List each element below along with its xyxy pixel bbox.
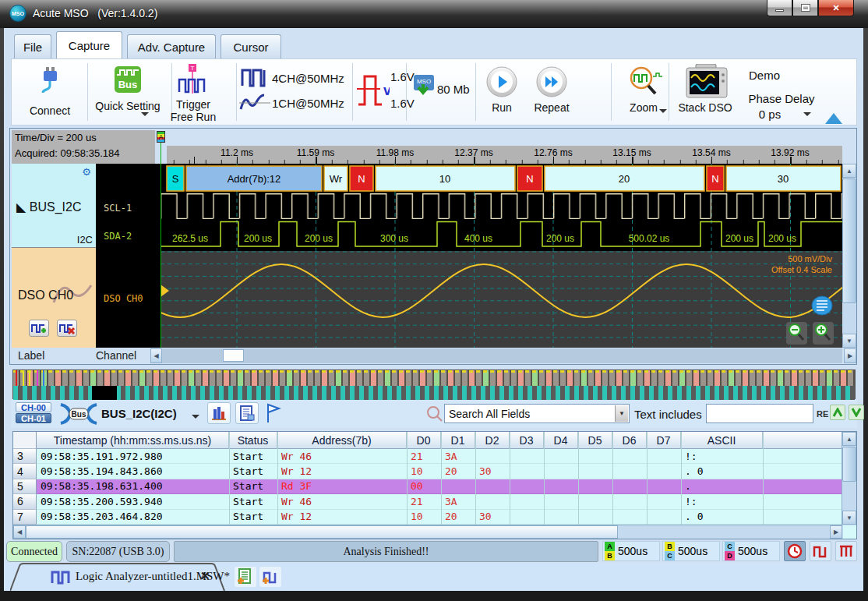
zoom-in-button[interactable] (813, 322, 834, 345)
cell-ascii[interactable]: . 0 (681, 464, 763, 479)
cell-d2[interactable] (475, 449, 510, 464)
scroll-up-button[interactable]: ▲ (842, 164, 856, 178)
cell-status[interactable]: Start (229, 510, 277, 525)
cell-filler[interactable] (763, 464, 843, 479)
cell-d4[interactable] (544, 510, 578, 525)
search-up-button[interactable] (830, 405, 845, 420)
cell-d5[interactable] (578, 464, 612, 479)
cell-d3[interactable] (510, 464, 544, 479)
comb-view-button[interactable] (835, 541, 857, 561)
cell-ascii[interactable]: !: (681, 494, 763, 509)
cell-d0[interactable]: 10 (407, 510, 441, 525)
col-d4[interactable]: D4 (544, 432, 578, 449)
cell-d1[interactable]: 3A (441, 449, 475, 464)
add-dso-button[interactable] (29, 320, 49, 337)
scroll-right-button[interactable]: ▶ (844, 348, 856, 363)
row-number[interactable]: 3 (13, 449, 37, 464)
cell-address[interactable]: Wr 12 (277, 510, 407, 525)
ch00-button[interactable]: CH-00 (16, 402, 51, 412)
cell-d5[interactable] (578, 494, 612, 509)
cursor-bc[interactable]: BC 500us (662, 541, 720, 561)
cell-d4[interactable] (544, 494, 578, 509)
scroll-thumb[interactable] (842, 179, 856, 303)
cell-d6[interactable] (612, 449, 647, 464)
search-down-button[interactable] (849, 405, 864, 420)
cell-d0[interactable]: 21 (407, 494, 441, 509)
waveform-vscrollbar[interactable]: ▲ ▼ (842, 164, 856, 348)
col-d1[interactable]: D1 (441, 432, 475, 449)
cell-d1[interactable]: 3A (441, 494, 475, 509)
channel-dso[interactable]: DSO CH0 (104, 293, 143, 304)
cell-filler[interactable] (763, 449, 843, 464)
cell-d4[interactable] (544, 464, 578, 479)
cell-d7[interactable] (647, 449, 681, 464)
channel-scl[interactable]: SCL-1 (104, 203, 132, 214)
cell-status[interactable]: Start (229, 494, 277, 509)
cell-ascii[interactable]: . 0 (681, 510, 763, 525)
cell-address[interactable]: Wr 12 (277, 464, 407, 479)
col-d5[interactable]: D5 (578, 432, 612, 449)
cell-timestamp[interactable]: 09:58:35.200.593.940 (37, 494, 229, 509)
col-ascii[interactable]: ASCII (681, 432, 763, 449)
table-hscrollbar[interactable]: ◀ ▶ (13, 525, 843, 539)
col-d0[interactable]: D0 (407, 432, 441, 449)
cell-d0[interactable]: 21 (407, 449, 441, 464)
channel-sda[interactable]: SDA-2 (104, 231, 132, 242)
text-includes-input[interactable] (706, 404, 813, 423)
cell-d2[interactable]: 30 (475, 510, 510, 525)
cell-timestamp[interactable]: 09:58:35.198.631.400 (37, 479, 229, 494)
collapse-toolbar-button[interactable] (825, 104, 842, 124)
cell-ascii[interactable]: . (681, 479, 763, 494)
scroll-left-button[interactable]: ◀ (150, 348, 162, 363)
cell-address[interactable]: Wr 46 (277, 494, 407, 509)
cell-filler[interactable] (763, 510, 843, 525)
close-button[interactable]: ✕ (818, 0, 854, 16)
gear-icon[interactable]: ⚙ (82, 166, 91, 178)
cell-d2[interactable] (475, 494, 510, 509)
cursor-cd[interactable]: CD 500us (722, 541, 780, 561)
cell-filler[interactable] (763, 479, 843, 494)
hscroll-thumb[interactable] (223, 349, 244, 362)
doc-tab-close[interactable]: ✕ (200, 569, 210, 583)
time-div-label[interactable]: Time/Div = 200 us (12, 130, 155, 146)
table-hscroll-thumb[interactable] (26, 525, 618, 539)
minimize-button[interactable] (767, 0, 792, 16)
cell-status[interactable]: Start (229, 449, 277, 464)
cell-d6[interactable] (612, 510, 647, 525)
col-d2[interactable]: D2 (475, 432, 510, 449)
col-timestamp[interactable]: Timestamp (hh:mm:ss.ms.us.ns) (37, 432, 229, 449)
cell-d5[interactable] (578, 510, 612, 525)
scroll-down-button[interactable]: ▼ (842, 334, 856, 348)
tab-capture[interactable]: Capture (56, 31, 122, 58)
search-field-combo[interactable]: Search All Fields ▼ (444, 404, 630, 423)
cell-status[interactable]: Start (229, 479, 277, 494)
cell-d3[interactable] (510, 510, 544, 525)
cell-address[interactable]: Wr 46 (277, 449, 407, 464)
cell-d7[interactable] (647, 494, 681, 509)
statistics-button[interactable] (207, 402, 231, 424)
cell-d4[interactable] (544, 449, 578, 464)
new-doc-button[interactable] (235, 567, 256, 587)
cell-d1[interactable] (441, 479, 475, 494)
col-d3[interactable]: D3 (510, 432, 544, 449)
cell-d2[interactable]: 30 (475, 464, 510, 479)
cell-d1[interactable]: 20 (441, 510, 475, 525)
row-number[interactable]: 6 (13, 494, 37, 509)
time-ruler[interactable]: 11.2 ms 11.59 ms 11.98 ms 12.37 ms 12.76… (167, 146, 842, 164)
cell-timestamp[interactable]: 09:58:35.194.843.860 (37, 464, 229, 479)
cell-d5[interactable] (578, 479, 612, 494)
table-vscrollbar[interactable]: ▲ ▼ (842, 432, 856, 525)
cell-d5[interactable] (578, 449, 612, 464)
time-mode-button[interactable] (784, 541, 806, 561)
row-number[interactable]: 5 (13, 479, 37, 494)
cell-d6[interactable] (612, 479, 647, 494)
cursor-ab[interactable]: AB 500us (602, 541, 660, 561)
cell-d6[interactable] (612, 464, 647, 479)
cell-d4[interactable] (544, 479, 578, 494)
combo-dropdown-button[interactable]: ▼ (615, 405, 628, 422)
cell-d0[interactable]: 10 (407, 464, 441, 479)
new-wave-button[interactable] (259, 567, 281, 587)
tab-file[interactable]: File (14, 34, 51, 58)
bus-i2c-label[interactable]: ⚙ ◣ BUS_I2C I2C (12, 164, 96, 248)
tab-adv-capture[interactable]: Adv. Capture (127, 34, 216, 58)
